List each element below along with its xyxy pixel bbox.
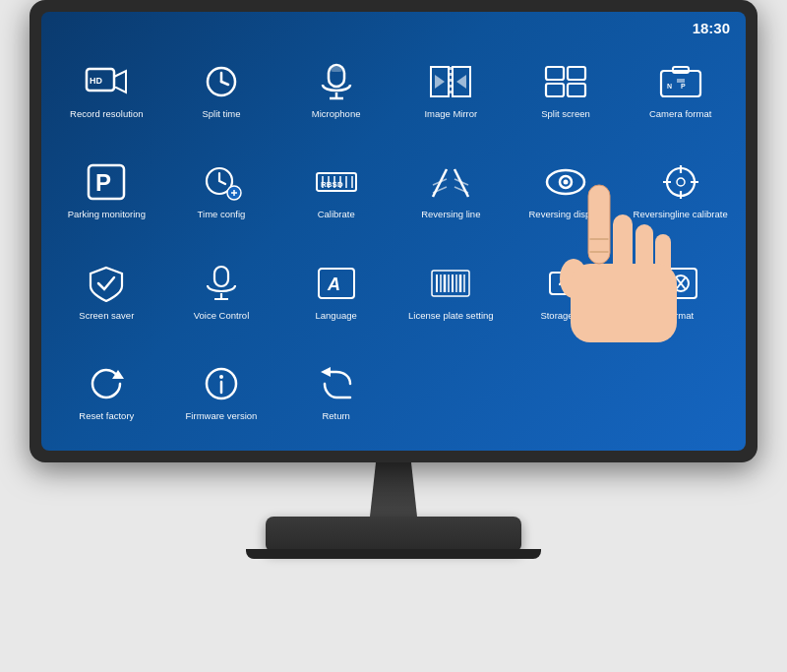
svg-rect-17 [546,84,564,96]
svg-rect-54 [214,267,228,286]
parking-icon: P [81,161,132,203]
reversing-line-icon [425,161,476,203]
time-display: 18:30 [693,20,730,36]
menu-label-record-resolution: Record resolution [70,108,143,119]
menu-label-split-time: Split time [202,108,240,119]
menu-label-time-config: Time config [198,209,246,219]
svg-marker-13 [435,75,445,89]
menu-item-reversing-line[interactable]: Reversing line [395,143,507,240]
menu-label-voice-control: Voice Control [194,310,250,321]
menu-label-split-screen: Split screen [541,108,590,119]
svg-rect-15 [546,67,564,80]
mic-icon [196,263,247,304]
monitor-screen: 18:30 HD Record resolution [41,12,746,451]
microphone-icon [311,61,362,102]
svg-text:P: P [681,83,686,90]
menu-label-screen-saver: Screen saver [79,310,134,321]
svg-line-27 [219,181,225,184]
svg-text:A: A [327,275,340,294]
menu-label-parking-monitoring: Parking monitoring [68,209,146,219]
menu-item-time-config[interactable]: Time config [166,143,277,240]
svg-text:HD: HD [90,76,102,86]
svg-line-43 [433,187,447,193]
menu-label-firmware-version: Firmware version [186,410,258,421]
menu-label-reset-factory: Reset factory [79,410,134,421]
menu-item-return[interactable]: Return [280,344,392,442]
monitor-base [266,517,521,551]
menu-label-reversing-line: Reversing line [421,209,480,219]
menu-item-split-time[interactable]: Split time [166,41,277,139]
svg-rect-16 [568,67,585,80]
clock-icon [196,61,247,102]
menu-item-screen-saver[interactable]: Screen saver [51,243,162,340]
menu-item-camera-format[interactable]: N P Camera format [625,41,736,139]
menu-item-reset-factory[interactable]: Reset factory [51,344,162,442]
svg-rect-83 [571,264,677,342]
menu-label-camera-format: Camera format [649,108,711,119]
time-config-icon [196,161,247,203]
menu-item-language[interactable]: A Language [280,243,392,340]
svg-marker-14 [456,75,466,89]
menu-item-voice-control[interactable]: Voice Control [166,243,277,340]
svg-point-76 [219,375,223,379]
menu-item-split-screen[interactable]: Split screen [511,41,622,139]
info-icon [196,363,247,404]
svg-rect-18 [568,84,585,96]
menu-label-calibrate: Calibrate [318,209,355,219]
menu-item-image-mirror[interactable]: Image Mirror [395,41,507,139]
menu-item-microphone[interactable]: Microphone [280,41,392,139]
shield-icon [81,263,132,304]
return-icon [311,363,362,404]
svg-rect-9 [331,67,342,72]
svg-line-44 [454,187,468,193]
calibrate-icon: RBSD [311,161,362,203]
split-screen-icon [540,61,591,102]
menu-label-image-mirror: Image Mirror [424,108,477,119]
svg-text:P: P [95,169,111,196]
monitor-neck [364,462,423,517]
svg-marker-77 [321,367,331,377]
camera-format-icon: N P [655,61,706,102]
monitor-wrapper: 18:30 HD Record resolution [10,0,777,672]
reset-icon [81,363,132,404]
menu-item-firmware-version[interactable]: Firmware version [166,344,277,442]
svg-marker-2 [114,71,126,92]
menu-item-record-resolution[interactable]: HD Record resolution [51,41,162,139]
menu-item-license-plate[interactable]: License plate setting [395,243,507,340]
menu-item-empty-1 [395,344,507,442]
menu-label-return: Return [322,410,350,421]
svg-text:N: N [667,83,672,90]
monitor-bezel: 18:30 HD Record resolution [30,0,757,462]
menu-label-license-plate: License plate setting [408,310,494,321]
barcode-icon [425,263,476,304]
menu-item-calibrate[interactable]: RBSD Calibrate [280,143,392,240]
menu-label-microphone: Microphone [312,108,361,119]
svg-line-5 [221,82,228,85]
image-mirror-icon [425,61,476,102]
menu-item-parking-monitoring[interactable]: P Parking monitoring [51,143,162,240]
menu-label-language: Language [316,310,357,321]
language-icon: A [311,263,362,304]
hand-pointer [500,175,716,372]
hd-camera-icon: HD [81,61,132,102]
